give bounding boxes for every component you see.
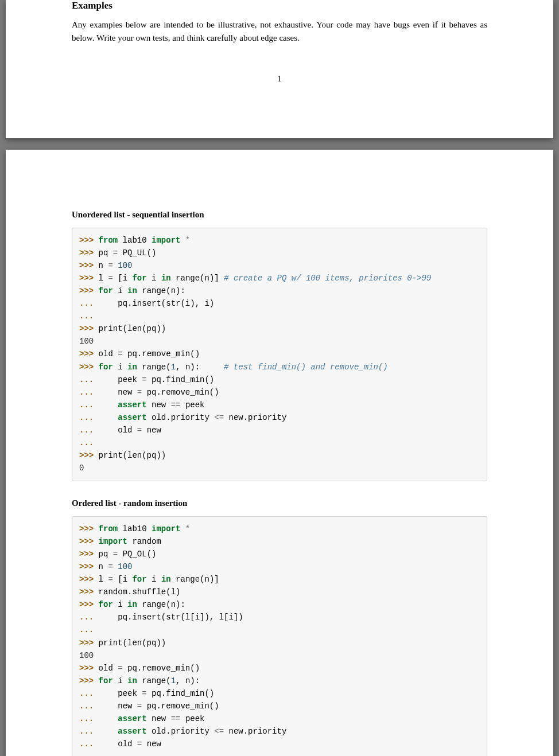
repl-prompt: >>> [79,451,99,460]
repl-continuation: ... [79,375,94,384]
repl-prompt: >>> [79,236,99,245]
repl-prompt: >>> [79,286,99,295]
code-block-unordered: >>> from lab10 import * >>> pq = PQ_UL()… [72,228,487,481]
repl-continuation: ... [79,727,94,736]
repl-prompt: >>> [79,537,99,546]
subsection-ordered: Ordered list - random insertion [72,498,487,508]
repl-output: 100 [79,651,94,660]
repl-prompt: >>> [79,676,99,685]
repl-continuation: ... [79,714,94,723]
examples-heading: Examples [72,0,487,11]
repl-output: 100 [79,337,94,346]
repl-continuation: ... [79,613,94,622]
repl-prompt: >>> [79,562,99,571]
subsection-unordered: Unordered list - sequential insertion [72,210,487,220]
repl-prompt: >>> [79,324,99,333]
repl-continuation: ... [79,753,94,756]
repl-continuation: ... [79,625,94,634]
repl-prompt: >>> [79,664,99,673]
repl-prompt: >>> [79,349,99,358]
repl-continuation: ... [79,311,94,321]
document-page-2: Unordered list - sequential insertion >>… [6,150,553,757]
repl-output: 0 [79,463,84,473]
repl-continuation: ... [79,400,94,410]
repl-prompt: >>> [79,261,99,270]
repl-prompt: >>> [79,575,99,584]
repl-continuation: ... [79,299,94,308]
repl-prompt: >>> [79,587,99,597]
repl-continuation: ... [79,388,94,397]
repl-continuation: ... [79,739,94,749]
repl-continuation: ... [79,413,94,422]
page-number-1: 1 [72,74,487,84]
repl-continuation: ... [79,689,94,698]
repl-prompt: >>> [79,363,99,372]
repl-prompt: >>> [79,524,99,533]
repl-continuation: ... [79,426,94,435]
repl-prompt: >>> [79,638,99,648]
document-page-1: Examples Any examples below are intended… [6,0,553,138]
code-block-ordered: >>> from lab10 import * >>> import rando… [72,516,487,756]
examples-paragraph: Any examples below are intended to be il… [72,18,487,45]
repl-prompt: >>> [79,274,99,283]
repl-prompt: >>> [79,550,99,559]
repl-prompt: >>> [79,248,99,258]
repl-continuation: ... [79,702,94,711]
repl-prompt: >>> [79,600,99,609]
repl-continuation: ... [79,438,94,447]
